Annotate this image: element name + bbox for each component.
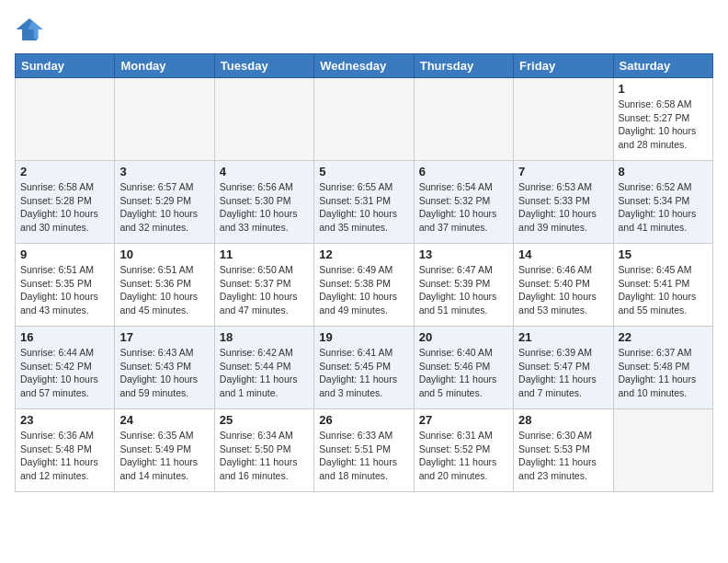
day-number: 5 [319, 165, 408, 178]
day-number: 13 [419, 247, 508, 261]
day-cell: 12Sunrise: 6:49 AM Sunset: 5:38 PM Dayli… [314, 244, 414, 327]
day-number: 25 [220, 413, 309, 427]
calendar: SundayMondayTuesdayWednesdayThursdayFrid… [15, 53, 713, 492]
day-number: 16 [20, 330, 109, 344]
day-number: 27 [419, 413, 508, 427]
day-number: 26 [319, 413, 408, 427]
day-number: 10 [119, 247, 209, 261]
day-cell [314, 78, 414, 161]
day-info: Sunrise: 6:31 AM Sunset: 5:52 PM Dayligh… [419, 429, 508, 483]
day-cell: 10Sunrise: 6:51 AM Sunset: 5:36 PM Dayli… [115, 244, 214, 327]
day-info: Sunrise: 6:58 AM Sunset: 5:28 PM Dayligh… [20, 180, 109, 235]
col-header-friday: Friday [514, 54, 613, 78]
day-cell: 24Sunrise: 6:35 AM Sunset: 5:49 PM Dayli… [115, 409, 214, 492]
day-cell: 23Sunrise: 6:36 AM Sunset: 5:48 PM Dayli… [16, 409, 115, 492]
day-number: 12 [319, 247, 408, 261]
logo-icon [15, 15, 44, 44]
day-cell: 5Sunrise: 6:55 AM Sunset: 5:31 PM Daylig… [314, 161, 414, 244]
day-number: 23 [20, 413, 109, 427]
day-cell: 7Sunrise: 6:53 AM Sunset: 5:33 PM Daylig… [514, 161, 613, 244]
day-info: Sunrise: 6:45 AM Sunset: 5:41 PM Dayligh… [619, 263, 708, 317]
day-number: 11 [220, 247, 309, 261]
day-info: Sunrise: 6:56 AM Sunset: 5:30 PM Dayligh… [220, 180, 309, 235]
day-number: 2 [20, 165, 109, 178]
day-cell [414, 78, 513, 161]
col-header-wednesday: Wednesday [314, 54, 414, 78]
day-cell: 9Sunrise: 6:51 AM Sunset: 5:35 PM Daylig… [16, 244, 115, 327]
day-cell: 26Sunrise: 6:33 AM Sunset: 5:51 PM Dayli… [314, 409, 414, 492]
day-info: Sunrise: 6:30 AM Sunset: 5:53 PM Dayligh… [518, 429, 608, 483]
header [15, 15, 713, 44]
day-cell [613, 409, 712, 492]
day-number: 19 [319, 330, 408, 344]
col-header-saturday: Saturday [613, 54, 712, 78]
day-info: Sunrise: 6:50 AM Sunset: 5:37 PM Dayligh… [220, 263, 309, 317]
day-number: 18 [220, 330, 309, 344]
calendar-header-row: SundayMondayTuesdayWednesdayThursdayFrid… [16, 54, 713, 78]
day-number: 22 [619, 330, 708, 344]
day-number: 3 [119, 165, 209, 178]
logo [15, 15, 48, 44]
day-number: 8 [619, 165, 708, 178]
day-info: Sunrise: 6:58 AM Sunset: 5:27 PM Dayligh… [619, 98, 708, 152]
day-cell [214, 78, 313, 161]
day-info: Sunrise: 6:44 AM Sunset: 5:42 PM Dayligh… [20, 346, 109, 400]
col-header-tuesday: Tuesday [214, 54, 313, 78]
day-cell: 28Sunrise: 6:30 AM Sunset: 5:53 PM Dayli… [514, 409, 613, 492]
day-cell: 17Sunrise: 6:43 AM Sunset: 5:43 PM Dayli… [115, 327, 214, 409]
day-number: 9 [20, 247, 109, 261]
week-row-1: 1Sunrise: 6:58 AM Sunset: 5:27 PM Daylig… [16, 78, 713, 161]
day-info: Sunrise: 6:54 AM Sunset: 5:32 PM Dayligh… [419, 180, 508, 235]
week-row-3: 9Sunrise: 6:51 AM Sunset: 5:35 PM Daylig… [16, 244, 713, 327]
day-info: Sunrise: 6:35 AM Sunset: 5:49 PM Dayligh… [119, 429, 209, 483]
day-cell [514, 78, 613, 161]
day-number: 7 [518, 165, 608, 178]
day-cell: 16Sunrise: 6:44 AM Sunset: 5:42 PM Dayli… [16, 327, 115, 409]
day-number: 6 [419, 165, 508, 178]
day-cell: 13Sunrise: 6:47 AM Sunset: 5:39 PM Dayli… [414, 244, 513, 327]
day-cell: 11Sunrise: 6:50 AM Sunset: 5:37 PM Dayli… [214, 244, 313, 327]
day-info: Sunrise: 6:52 AM Sunset: 5:34 PM Dayligh… [619, 180, 708, 235]
day-info: Sunrise: 6:42 AM Sunset: 5:44 PM Dayligh… [220, 346, 309, 400]
day-cell: 18Sunrise: 6:42 AM Sunset: 5:44 PM Dayli… [214, 327, 313, 409]
day-cell [16, 78, 115, 161]
day-info: Sunrise: 6:39 AM Sunset: 5:47 PM Dayligh… [518, 346, 608, 400]
day-number: 1 [619, 82, 708, 96]
day-info: Sunrise: 6:43 AM Sunset: 5:43 PM Dayligh… [119, 346, 209, 400]
day-number: 4 [220, 165, 309, 178]
week-row-2: 2Sunrise: 6:58 AM Sunset: 5:28 PM Daylig… [16, 161, 713, 244]
day-info: Sunrise: 6:57 AM Sunset: 5:29 PM Dayligh… [119, 180, 209, 235]
day-number: 15 [619, 247, 708, 261]
col-header-thursday: Thursday [414, 54, 513, 78]
day-number: 17 [119, 330, 209, 344]
day-info: Sunrise: 6:40 AM Sunset: 5:46 PM Dayligh… [419, 346, 508, 400]
day-info: Sunrise: 6:36 AM Sunset: 5:48 PM Dayligh… [20, 429, 109, 483]
day-info: Sunrise: 6:37 AM Sunset: 5:48 PM Dayligh… [619, 346, 708, 400]
day-cell [115, 78, 214, 161]
day-info: Sunrise: 6:34 AM Sunset: 5:50 PM Dayligh… [220, 429, 309, 483]
day-number: 28 [518, 413, 608, 427]
day-info: Sunrise: 6:41 AM Sunset: 5:45 PM Dayligh… [319, 346, 408, 400]
day-number: 21 [518, 330, 608, 344]
day-cell: 3Sunrise: 6:57 AM Sunset: 5:29 PM Daylig… [115, 161, 214, 244]
day-cell: 14Sunrise: 6:46 AM Sunset: 5:40 PM Dayli… [514, 244, 613, 327]
day-info: Sunrise: 6:49 AM Sunset: 5:38 PM Dayligh… [319, 263, 408, 317]
day-number: 14 [518, 247, 608, 261]
week-row-4: 16Sunrise: 6:44 AM Sunset: 5:42 PM Dayli… [16, 327, 713, 409]
day-cell: 6Sunrise: 6:54 AM Sunset: 5:32 PM Daylig… [414, 161, 513, 244]
day-info: Sunrise: 6:53 AM Sunset: 5:33 PM Dayligh… [518, 180, 608, 235]
day-cell: 2Sunrise: 6:58 AM Sunset: 5:28 PM Daylig… [16, 161, 115, 244]
col-header-monday: Monday [115, 54, 214, 78]
day-cell: 4Sunrise: 6:56 AM Sunset: 5:30 PM Daylig… [214, 161, 313, 244]
day-number: 20 [419, 330, 508, 344]
day-cell: 20Sunrise: 6:40 AM Sunset: 5:46 PM Dayli… [414, 327, 513, 409]
day-cell: 1Sunrise: 6:58 AM Sunset: 5:27 PM Daylig… [613, 78, 712, 161]
day-cell: 21Sunrise: 6:39 AM Sunset: 5:47 PM Dayli… [514, 327, 613, 409]
day-info: Sunrise: 6:47 AM Sunset: 5:39 PM Dayligh… [419, 263, 508, 317]
day-number: 24 [119, 413, 209, 427]
day-cell: 15Sunrise: 6:45 AM Sunset: 5:41 PM Dayli… [613, 244, 712, 327]
day-cell: 25Sunrise: 6:34 AM Sunset: 5:50 PM Dayli… [214, 409, 313, 492]
col-header-sunday: Sunday [16, 54, 115, 78]
day-info: Sunrise: 6:55 AM Sunset: 5:31 PM Dayligh… [319, 180, 408, 235]
day-info: Sunrise: 6:51 AM Sunset: 5:35 PM Dayligh… [20, 263, 109, 317]
